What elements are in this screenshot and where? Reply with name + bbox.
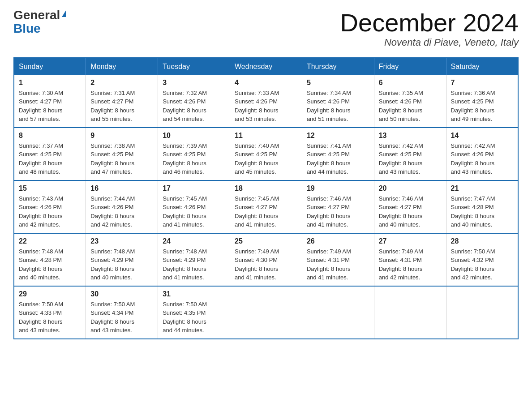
day-cell: 20 Sunrise: 7:46 AM Sunset: 4:27 PM Dayl… bbox=[374, 180, 446, 233]
page-header: General Blue December 2024 Noventa di Pi… bbox=[13, 9, 519, 48]
day-info: Sunrise: 7:49 AM Sunset: 4:31 PM Dayligh… bbox=[307, 247, 369, 282]
day-cell bbox=[374, 286, 446, 339]
day-cell: 15 Sunrise: 7:43 AM Sunset: 4:26 PM Dayl… bbox=[14, 180, 86, 233]
day-cell: 29 Sunrise: 7:50 AM Sunset: 4:33 PM Dayl… bbox=[14, 286, 86, 339]
day-info: Sunrise: 7:46 AM Sunset: 4:27 PM Dayligh… bbox=[379, 194, 442, 229]
day-info: Sunrise: 7:48 AM Sunset: 4:29 PM Dayligh… bbox=[90, 247, 153, 282]
calendar-header-row: SundayMondayTuesdayWednesdayThursdayFrid… bbox=[14, 58, 518, 75]
calendar-table: SundayMondayTuesdayWednesdayThursdayFrid… bbox=[13, 57, 519, 339]
day-cell: 25 Sunrise: 7:49 AM Sunset: 4:30 PM Dayl… bbox=[230, 233, 302, 286]
day-info: Sunrise: 7:46 AM Sunset: 4:27 PM Dayligh… bbox=[307, 194, 369, 229]
day-info: Sunrise: 7:38 AM Sunset: 4:25 PM Dayligh… bbox=[90, 141, 153, 176]
day-info: Sunrise: 7:35 AM Sunset: 4:26 PM Dayligh… bbox=[379, 89, 442, 124]
day-info: Sunrise: 7:50 AM Sunset: 4:34 PM Dayligh… bbox=[90, 300, 153, 335]
day-number: 10 bbox=[163, 132, 225, 140]
day-cell: 10 Sunrise: 7:39 AM Sunset: 4:25 PM Dayl… bbox=[158, 128, 230, 180]
day-cell bbox=[446, 286, 518, 339]
day-number: 30 bbox=[90, 290, 153, 298]
logo-blue-text: Blue bbox=[13, 21, 41, 36]
location-title: Noventa di Piave, Veneto, Italy bbox=[340, 37, 519, 48]
day-cell: 30 Sunrise: 7:50 AM Sunset: 4:34 PM Dayl… bbox=[86, 286, 158, 339]
day-number: 12 bbox=[307, 132, 369, 140]
day-info: Sunrise: 7:42 AM Sunset: 4:26 PM Dayligh… bbox=[451, 141, 513, 176]
day-number: 9 bbox=[90, 132, 153, 140]
week-row-4: 22 Sunrise: 7:48 AM Sunset: 4:28 PM Dayl… bbox=[14, 233, 518, 286]
header-thursday: Thursday bbox=[302, 58, 374, 75]
day-cell: 3 Sunrise: 7:32 AM Sunset: 4:26 PM Dayli… bbox=[158, 75, 230, 128]
day-cell: 18 Sunrise: 7:45 AM Sunset: 4:27 PM Dayl… bbox=[230, 180, 302, 233]
header-monday: Monday bbox=[86, 58, 158, 75]
header-tuesday: Tuesday bbox=[158, 58, 230, 75]
day-number: 20 bbox=[379, 184, 442, 193]
day-cell: 27 Sunrise: 7:49 AM Sunset: 4:31 PM Dayl… bbox=[374, 233, 446, 286]
day-number: 14 bbox=[451, 132, 513, 140]
day-cell bbox=[230, 286, 302, 339]
day-info: Sunrise: 7:47 AM Sunset: 4:28 PM Dayligh… bbox=[451, 194, 513, 229]
title-section: December 2024 Noventa di Piave, Veneto, … bbox=[340, 9, 519, 48]
day-number: 15 bbox=[19, 184, 81, 193]
day-cell: 11 Sunrise: 7:40 AM Sunset: 4:25 PM Dayl… bbox=[230, 128, 302, 180]
day-cell: 26 Sunrise: 7:49 AM Sunset: 4:31 PM Dayl… bbox=[302, 233, 374, 286]
day-cell: 21 Sunrise: 7:47 AM Sunset: 4:28 PM Dayl… bbox=[446, 180, 518, 233]
day-cell: 9 Sunrise: 7:38 AM Sunset: 4:25 PM Dayli… bbox=[86, 128, 158, 180]
day-cell bbox=[302, 286, 374, 339]
day-cell: 19 Sunrise: 7:46 AM Sunset: 4:27 PM Dayl… bbox=[302, 180, 374, 233]
day-info: Sunrise: 7:49 AM Sunset: 4:31 PM Dayligh… bbox=[379, 247, 442, 282]
day-info: Sunrise: 7:32 AM Sunset: 4:26 PM Dayligh… bbox=[163, 89, 225, 124]
week-row-1: 1 Sunrise: 7:30 AM Sunset: 4:27 PM Dayli… bbox=[14, 75, 518, 128]
day-info: Sunrise: 7:41 AM Sunset: 4:25 PM Dayligh… bbox=[307, 141, 369, 176]
day-number: 17 bbox=[163, 184, 225, 193]
day-number: 22 bbox=[19, 237, 81, 245]
header-sunday: Sunday bbox=[14, 58, 86, 75]
day-info: Sunrise: 7:49 AM Sunset: 4:30 PM Dayligh… bbox=[235, 247, 297, 282]
day-number: 19 bbox=[307, 184, 369, 193]
day-info: Sunrise: 7:36 AM Sunset: 4:25 PM Dayligh… bbox=[451, 89, 513, 124]
day-info: Sunrise: 7:31 AM Sunset: 4:27 PM Dayligh… bbox=[90, 89, 153, 124]
month-title: December 2024 bbox=[340, 9, 519, 37]
day-info: Sunrise: 7:48 AM Sunset: 4:28 PM Dayligh… bbox=[19, 247, 81, 282]
day-info: Sunrise: 7:50 AM Sunset: 4:33 PM Dayligh… bbox=[19, 300, 81, 335]
day-info: Sunrise: 7:50 AM Sunset: 4:35 PM Dayligh… bbox=[163, 300, 225, 335]
day-cell: 13 Sunrise: 7:42 AM Sunset: 4:25 PM Dayl… bbox=[374, 128, 446, 180]
day-info: Sunrise: 7:45 AM Sunset: 4:26 PM Dayligh… bbox=[163, 194, 225, 229]
day-number: 31 bbox=[163, 290, 225, 298]
day-number: 25 bbox=[235, 237, 297, 245]
day-info: Sunrise: 7:45 AM Sunset: 4:27 PM Dayligh… bbox=[235, 194, 297, 229]
day-number: 27 bbox=[379, 237, 442, 245]
day-number: 13 bbox=[379, 132, 442, 140]
day-cell: 12 Sunrise: 7:41 AM Sunset: 4:25 PM Dayl… bbox=[302, 128, 374, 180]
logo: General Blue bbox=[13, 9, 66, 36]
day-cell: 14 Sunrise: 7:42 AM Sunset: 4:26 PM Dayl… bbox=[446, 128, 518, 180]
day-info: Sunrise: 7:48 AM Sunset: 4:29 PM Dayligh… bbox=[163, 247, 225, 282]
day-info: Sunrise: 7:39 AM Sunset: 4:25 PM Dayligh… bbox=[163, 141, 225, 176]
day-cell: 22 Sunrise: 7:48 AM Sunset: 4:28 PM Dayl… bbox=[14, 233, 86, 286]
day-info: Sunrise: 7:44 AM Sunset: 4:26 PM Dayligh… bbox=[90, 194, 153, 229]
day-number: 8 bbox=[19, 132, 81, 140]
day-number: 21 bbox=[451, 184, 513, 193]
day-number: 2 bbox=[90, 79, 153, 87]
header-friday: Friday bbox=[374, 58, 446, 75]
day-number: 16 bbox=[90, 184, 153, 193]
week-row-2: 8 Sunrise: 7:37 AM Sunset: 4:25 PM Dayli… bbox=[14, 128, 518, 180]
day-number: 1 bbox=[19, 79, 81, 87]
day-info: Sunrise: 7:50 AM Sunset: 4:32 PM Dayligh… bbox=[451, 247, 513, 282]
day-number: 11 bbox=[235, 132, 297, 140]
day-number: 5 bbox=[307, 79, 369, 87]
logo-general-text: General bbox=[13, 9, 60, 21]
day-cell: 6 Sunrise: 7:35 AM Sunset: 4:26 PM Dayli… bbox=[374, 75, 446, 128]
day-cell: 4 Sunrise: 7:33 AM Sunset: 4:26 PM Dayli… bbox=[230, 75, 302, 128]
day-number: 28 bbox=[451, 237, 513, 245]
day-info: Sunrise: 7:34 AM Sunset: 4:26 PM Dayligh… bbox=[307, 89, 369, 124]
week-row-5: 29 Sunrise: 7:50 AM Sunset: 4:33 PM Dayl… bbox=[14, 286, 518, 339]
day-info: Sunrise: 7:33 AM Sunset: 4:26 PM Dayligh… bbox=[235, 89, 297, 124]
day-info: Sunrise: 7:30 AM Sunset: 4:27 PM Dayligh… bbox=[19, 89, 81, 124]
day-info: Sunrise: 7:40 AM Sunset: 4:25 PM Dayligh… bbox=[235, 141, 297, 176]
day-number: 29 bbox=[19, 290, 81, 298]
day-cell: 8 Sunrise: 7:37 AM Sunset: 4:25 PM Dayli… bbox=[14, 128, 86, 180]
day-number: 7 bbox=[451, 79, 513, 87]
day-info: Sunrise: 7:37 AM Sunset: 4:25 PM Dayligh… bbox=[19, 141, 81, 176]
day-cell: 5 Sunrise: 7:34 AM Sunset: 4:26 PM Dayli… bbox=[302, 75, 374, 128]
day-cell: 7 Sunrise: 7:36 AM Sunset: 4:25 PM Dayli… bbox=[446, 75, 518, 128]
week-row-3: 15 Sunrise: 7:43 AM Sunset: 4:26 PM Dayl… bbox=[14, 180, 518, 233]
day-cell: 16 Sunrise: 7:44 AM Sunset: 4:26 PM Dayl… bbox=[86, 180, 158, 233]
